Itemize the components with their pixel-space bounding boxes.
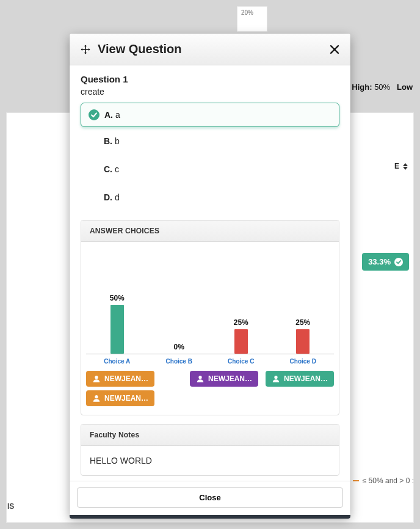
- view-question-modal: View Question Question 1 create A. aB. b…: [70, 34, 350, 516]
- move-icon[interactable]: [79, 43, 92, 56]
- svg-point-1: [89, 109, 100, 120]
- choice-list: A. aB. bC. cD. d: [81, 103, 339, 211]
- modal-header: View Question: [70, 34, 350, 65]
- modal-shadow: [70, 515, 350, 519]
- chart-col-choice-d: 25%: [272, 318, 335, 354]
- chart-col-choice-a: 50%: [86, 294, 148, 354]
- close-icon[interactable]: [328, 43, 341, 56]
- chips-col-d: NEWJEAN…: [266, 371, 334, 406]
- choice-text: b: [115, 136, 120, 146]
- axis-label[interactable]: Choice B: [148, 354, 211, 371]
- chart-col-choice-c: 25%: [210, 318, 272, 354]
- choice-letter: D.: [104, 192, 112, 202]
- check-circle-icon: [89, 109, 100, 120]
- svg-point-4: [198, 376, 201, 379]
- choice-letter: A.: [104, 110, 113, 120]
- bar: [110, 305, 124, 354]
- chips-col-b: [162, 371, 183, 406]
- faculty-notes-header: Faculty Notes: [81, 425, 339, 446]
- choice-a: A. a: [81, 103, 339, 127]
- choice-letter: C.: [104, 164, 112, 174]
- respondent-chips-row: NEWJEAN…NEWJEAN…NEWJEAN…NEWJEAN…: [86, 371, 334, 406]
- legend-item: ≤ 50% and > 0 :: [353, 476, 414, 485]
- chart-axis-labels: Choice AChoice BChoice CChoice D: [86, 354, 334, 371]
- respondent-name: NEWJEAN…: [284, 374, 328, 383]
- person-icon: [272, 374, 280, 383]
- respondent-name: NEWJEAN…: [104, 374, 148, 383]
- question-text: create: [81, 87, 339, 97]
- svg-point-2: [95, 376, 98, 379]
- bar: [296, 329, 310, 354]
- close-button[interactable]: Close: [77, 487, 343, 508]
- respondent-name: NEWJEAN…: [208, 374, 252, 383]
- person-icon: [92, 374, 101, 383]
- faculty-notes-body: HELLO WORLD: [81, 446, 339, 475]
- person-icon: [196, 374, 205, 383]
- bar-value-label: 25%: [295, 318, 310, 327]
- column-header-e[interactable]: E: [394, 162, 408, 170]
- respondent-name: NEWJEAN…: [104, 394, 148, 403]
- svg-point-5: [274, 376, 277, 379]
- axis-label[interactable]: Choice C: [210, 354, 272, 371]
- axis-label[interactable]: Choice D: [272, 354, 335, 371]
- bar-value-label: 0%: [174, 343, 184, 351]
- chips-col-a: NEWJEAN…NEWJEAN…: [86, 371, 154, 406]
- bg-percent-box: 20%: [237, 6, 267, 32]
- bg-is-label: IS: [7, 502, 14, 511]
- choice-text: d: [115, 192, 120, 202]
- choice-b: B. b: [81, 127, 339, 155]
- choice-c: C. c: [81, 155, 339, 183]
- svg-point-3: [95, 395, 98, 398]
- percentage-badge: 33.3%: [362, 253, 409, 271]
- bar: [234, 329, 248, 354]
- faculty-notes-section: Faculty Notes HELLO WORLD: [81, 424, 339, 476]
- answer-choices-header: ANSWER CHOICES: [81, 221, 339, 242]
- respondent-chip[interactable]: NEWJEAN…: [86, 371, 154, 387]
- chips-col-c: NEWJEAN…: [190, 371, 258, 406]
- respondent-chip[interactable]: NEWJEAN…: [86, 390, 154, 406]
- answer-distribution-chart: 50%0%25%25%: [86, 250, 334, 354]
- choice-text: a: [115, 110, 120, 120]
- legend-dash-icon: [353, 480, 359, 481]
- choice-d: D. d: [81, 183, 339, 211]
- check-circle-icon: [394, 258, 403, 266]
- axis-label[interactable]: Choice A: [86, 354, 148, 371]
- question-heading: Question 1: [81, 74, 339, 84]
- modal-footer: Close: [70, 481, 350, 516]
- person-icon: [92, 394, 101, 403]
- respondent-chip[interactable]: NEWJEAN…: [190, 371, 258, 387]
- chart-col-choice-b: 0%: [148, 343, 211, 354]
- answer-choices-section: ANSWER CHOICES 50%0%25%25% Choice AChoic…: [81, 220, 339, 415]
- sort-icon: [403, 163, 408, 170]
- bar-value-label: 25%: [234, 318, 248, 327]
- choice-letter: B.: [104, 136, 112, 146]
- modal-title: View Question: [98, 42, 328, 56]
- choice-text: c: [115, 164, 119, 174]
- respondent-chip[interactable]: NEWJEAN…: [266, 371, 334, 387]
- bar-value-label: 50%: [110, 294, 125, 302]
